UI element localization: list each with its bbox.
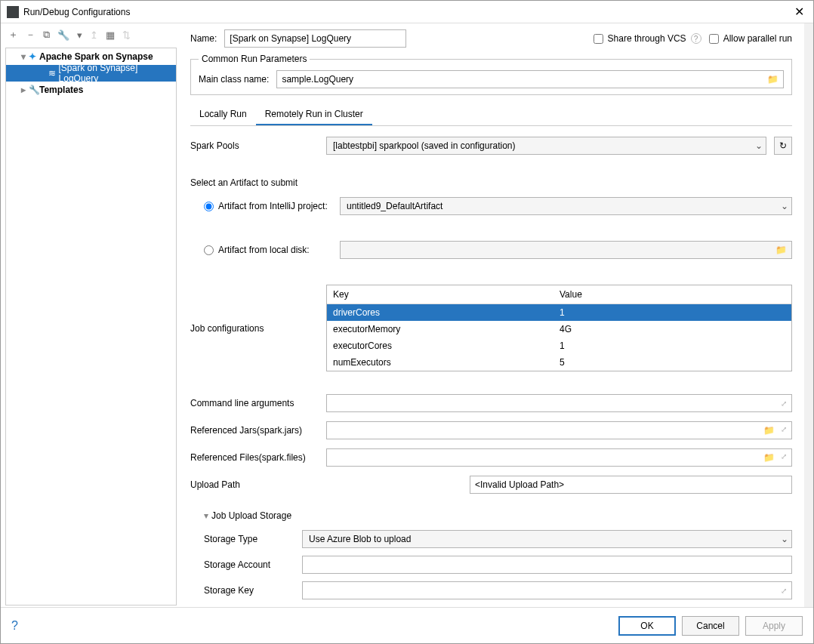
apply-button[interactable]: Apply xyxy=(745,616,803,636)
close-icon[interactable]: ✕ xyxy=(791,2,807,22)
storage-header-label: Job Upload Storage xyxy=(211,510,291,521)
storage-key-input[interactable]: ⤢ xyxy=(302,581,792,599)
chevron-down-icon: ▾ xyxy=(21,51,29,62)
ok-button[interactable]: OK xyxy=(618,616,676,636)
chevron-down-icon: ⌄ xyxy=(781,534,788,544)
expand-icon[interactable]: ⤢ xyxy=(781,587,787,595)
artifact-section-label: Select an Artifact to submit xyxy=(190,177,792,188)
cell-key: numExecutors xyxy=(327,354,553,371)
chevron-right-icon: ▸ xyxy=(21,85,29,95)
cell-value: 5 xyxy=(553,354,791,371)
scrollbar[interactable] xyxy=(804,23,813,607)
run-mode-tabs: Locally Run Remotely Run in Cluster xyxy=(190,104,792,126)
window-title: Run/Debug Configurations xyxy=(23,7,130,17)
sort-icon[interactable]: ⇅ xyxy=(122,29,131,41)
cmd-args-input[interactable]: ⤢ xyxy=(326,394,792,412)
tree-label: [Spark on Synapse] LogQuery xyxy=(59,63,176,84)
common-legend: Common Run Parameters xyxy=(199,54,310,64)
expand-icon[interactable]: ⤢ xyxy=(781,399,787,408)
artifact-local-label: Artifact from local disk: xyxy=(218,245,310,255)
content-panel: Name: Share through VCS ? Allow parallel… xyxy=(178,23,804,607)
button-label: OK xyxy=(640,621,653,631)
storage-type-value: Use Azure Blob to upload xyxy=(309,534,411,544)
chevron-down-icon: ⌄ xyxy=(755,140,763,151)
sidebar-toolbar: ＋ － ⧉ 🔧 ▾ ↥ ▦ ⇅ xyxy=(1,23,178,46)
folder-tree-icon[interactable]: ▦ xyxy=(106,29,115,41)
artifact-intellij-value: untitled9_DefaultArtifact xyxy=(347,201,442,211)
artifact-local-input: 📁 xyxy=(340,241,792,259)
storage-type-label: Storage Type xyxy=(204,534,294,544)
app-icon xyxy=(7,6,19,18)
storage-account-input[interactable] xyxy=(302,556,792,574)
cell-value: 4G xyxy=(553,321,791,337)
menu-caret-icon[interactable]: ▾ xyxy=(77,29,82,41)
main-class-value: sample.LogQuery xyxy=(282,74,353,85)
tab-locally-run[interactable]: Locally Run xyxy=(190,104,256,125)
main-class-input[interactable]: sample.LogQuery 📁 xyxy=(276,70,784,88)
spark-pools-label: Spark Pools xyxy=(190,140,319,151)
folder-icon: 📁 xyxy=(775,245,787,255)
table-row[interactable]: executorMemory 4G xyxy=(327,321,791,337)
copy-icon[interactable]: ⧉ xyxy=(43,29,50,41)
folder-icon[interactable]: 📁 xyxy=(767,74,779,85)
expand-icon[interactable]: ⤢ xyxy=(781,452,787,463)
chevron-down-icon: ⌄ xyxy=(781,201,788,211)
artifact-intellij-combo[interactable]: untitled9_DefaultArtifact ⌄ xyxy=(340,197,792,215)
add-icon[interactable]: ＋ xyxy=(8,28,18,42)
spark-icon: ≋ xyxy=(48,68,59,79)
button-label: Apply xyxy=(763,621,785,631)
titlebar: Run/Debug Configurations ✕ xyxy=(1,1,813,23)
folder-icon[interactable]: 📁 xyxy=(763,425,775,436)
wrench-icon: 🔧 xyxy=(29,85,39,95)
share-vcs-checkbox[interactable] xyxy=(594,34,603,44)
sidebar: ＋ － ⧉ 🔧 ▾ ↥ ▦ ⇅ ▾ ✦ Apache Spark on Syna… xyxy=(1,23,178,607)
job-config-label: Job configurations xyxy=(190,323,319,334)
ref-files-input[interactable]: 📁⤢ xyxy=(326,448,792,467)
ref-jars-input[interactable]: 📁⤢ xyxy=(326,421,792,439)
tree-node-templates[interactable]: ▸ 🔧 Templates xyxy=(6,82,176,98)
name-label: Name: xyxy=(190,33,217,44)
table-header-key: Key xyxy=(327,285,553,304)
table-row[interactable]: numExecutors 5 xyxy=(327,354,791,371)
help-icon[interactable]: ? xyxy=(11,619,18,633)
button-label: Cancel xyxy=(696,621,724,631)
tree-node-selected-config[interactable]: ≋ [Spark on Synapse] LogQuery xyxy=(6,65,176,82)
config-name-input[interactable] xyxy=(224,29,406,48)
parallel-run-label: Allow parallel run xyxy=(723,33,792,44)
expand-icon[interactable]: ⤢ xyxy=(781,425,787,436)
chevron-down-icon: ▾ xyxy=(204,510,208,521)
table-row[interactable]: driverCores 1 xyxy=(327,304,791,321)
ref-files-label: Referenced Files(spark.files) xyxy=(190,452,319,463)
tab-remotely-run[interactable]: Remotely Run in Cluster xyxy=(256,104,372,125)
parallel-run-checkbox[interactable] xyxy=(709,34,719,44)
dialog-footer: ? OK Cancel Apply xyxy=(1,607,813,643)
upload-path-label: Upload Path xyxy=(190,479,319,490)
tab-label: Locally Run xyxy=(199,109,247,119)
table-header-value: Value xyxy=(553,285,791,304)
artifact-local-radio[interactable] xyxy=(204,245,214,255)
refresh-button[interactable]: ↻ xyxy=(774,137,792,155)
cell-value: 1 xyxy=(553,337,791,354)
folder-icon[interactable]: 📁 xyxy=(763,452,775,463)
tree-label: Templates xyxy=(39,85,83,95)
spark-pools-combo[interactable]: [labtestpbi] sparkpool (saved in configu… xyxy=(326,137,766,155)
remove-icon[interactable]: － xyxy=(26,28,35,42)
artifact-intellij-radio[interactable] xyxy=(204,202,214,211)
spark-pools-value: [labtestpbi] sparkpool (saved in configu… xyxy=(333,140,515,151)
wrench-icon[interactable]: 🔧 xyxy=(57,29,69,41)
cancel-button[interactable]: Cancel xyxy=(682,616,739,636)
ref-jars-label: Referenced Jars(spark.jars) xyxy=(190,425,319,436)
artifact-intellij-label: Artifact from IntelliJ project: xyxy=(218,201,328,211)
up-icon[interactable]: ↥ xyxy=(90,29,98,41)
cell-key: driverCores xyxy=(327,304,553,321)
upload-path-value: <Invalid Upload Path> xyxy=(470,476,792,494)
storage-header[interactable]: ▾ Job Upload Storage xyxy=(204,510,792,521)
storage-key-label: Storage Key xyxy=(204,585,294,596)
help-icon[interactable]: ? xyxy=(691,33,701,44)
cell-value: 1 xyxy=(553,304,791,321)
cmd-args-label: Command line arguments xyxy=(190,398,319,408)
storage-account-label: Storage Account xyxy=(204,559,294,570)
table-row[interactable]: executorCores 1 xyxy=(327,337,791,354)
common-run-parameters: Common Run Parameters Main class name: s… xyxy=(190,54,792,95)
storage-type-combo[interactable]: Use Azure Blob to upload ⌄ xyxy=(302,530,792,548)
